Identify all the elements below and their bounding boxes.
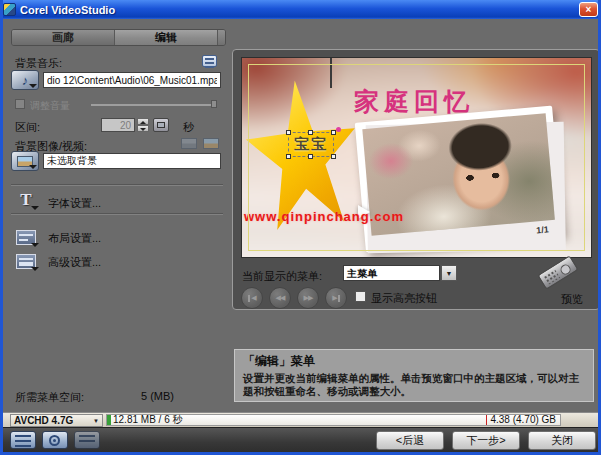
used-space-indicator: [107, 415, 111, 425]
chevron-down-icon: ▼: [93, 418, 99, 424]
project-menu-icon[interactable]: [10, 431, 36, 449]
duration-preset-icon[interactable]: [153, 118, 169, 132]
status-bar: AVCHD 4.7G ▼ 12.81 MB / 6 秒 4.38 (4.70) …: [0, 412, 601, 427]
font-settings-icon[interactable]: T: [13, 189, 39, 211]
wizard-buttons: <后退 下一步> 关闭: [376, 431, 596, 450]
back-button[interactable]: <后退: [376, 431, 444, 450]
bg-music-label: 背景音乐:: [15, 56, 62, 71]
volume-label: 调整音量: [30, 99, 70, 113]
tab-bar: 画廊 编辑: [11, 29, 226, 46]
tab-gallery[interactable]: 画廊: [12, 30, 115, 45]
window-title: Corel VideoStudio: [20, 4, 579, 16]
app-icon: [3, 3, 16, 16]
chevron-down-icon[interactable]: ▼: [441, 265, 457, 281]
rotate-handle[interactable]: [336, 127, 341, 132]
selection-handle[interactable]: [286, 154, 291, 159]
layout-settings-icon[interactable]: [13, 226, 39, 248]
selection-handle[interactable]: [331, 130, 336, 135]
duration-stepper[interactable]: [137, 118, 149, 132]
next-menu-button[interactable]: ▶▶: [297, 287, 319, 309]
selection-handle[interactable]: [308, 130, 313, 135]
next-button[interactable]: 下一步>: [452, 431, 520, 450]
project-size-text: 12.81 MB / 6 秒: [113, 415, 182, 425]
previous-menu-button[interactable]: ◀◀: [269, 287, 291, 309]
advanced-settings-icon[interactable]: [13, 250, 39, 272]
selection-handle[interactable]: [308, 154, 313, 159]
burn-options-icon-disabled: [74, 431, 100, 449]
music-options-icon[interactable]: [202, 55, 217, 67]
footer-bar: <后退 下一步> 关闭: [0, 427, 601, 452]
remote-control-icon[interactable]: [537, 255, 578, 290]
volume-checkbox: [15, 99, 25, 109]
duration-input[interactable]: [101, 118, 135, 132]
layout-settings-button[interactable]: 布局设置...: [48, 231, 101, 246]
remote-preview-label: 预览: [561, 292, 583, 307]
font-settings-button[interactable]: 字体设置...: [48, 196, 101, 211]
selection-handle[interactable]: [286, 130, 291, 135]
help-title: 「编辑」菜单: [243, 353, 585, 370]
help-description-box: 「编辑」菜单 设置并更改当前编辑菜单的属性。单击预览窗口中的主题区域，可以对主题…: [234, 349, 594, 402]
current-menu-select[interactable]: 主菜单: [343, 265, 440, 281]
disc-format-select[interactable]: AVCHD 4.7G ▼: [10, 414, 103, 427]
preview-panel: 家庭回忆 1/1 宝宝 www.qinpinchang.com 当前显示的菜单:…: [232, 49, 600, 310]
disc-capacity-text: 4.38 (4.70) GB: [490, 415, 556, 425]
bg-image-input[interactable]: [43, 153, 221, 169]
highlight-checkbox-label: 显示高亮按钮: [371, 291, 437, 306]
last-menu-button[interactable]: ▶: [325, 287, 347, 309]
capacity-marker: [486, 415, 487, 425]
separator: [11, 184, 223, 186]
help-body: 设置并更改当前编辑菜单的属性。单击预览窗口中的主题区域，可以对主题和按钮重命名、…: [243, 372, 585, 398]
picture-icon: [17, 156, 33, 167]
menu-preview-video[interactable]: 家庭回忆 1/1 宝宝 www.qinpinchang.com: [241, 57, 592, 258]
music-source-icon[interactable]: ♪: [11, 70, 39, 90]
app-window: Corel VideoStudio × 画廊 编辑 背景音乐: ♪ 调整音量 区…: [0, 0, 601, 455]
menu-space-value: 5 (MB): [141, 390, 174, 402]
close-icon[interactable]: ×: [579, 2, 598, 17]
settings-gear-icon[interactable]: [42, 431, 68, 449]
close-button[interactable]: 关闭: [528, 431, 596, 450]
music-note-icon: ♪: [22, 73, 29, 88]
video-source-icon: [181, 138, 197, 149]
music-path-input[interactable]: [43, 72, 221, 88]
disc-space-bar: 12.81 MB / 6 秒 4.38 (4.70) GB: [106, 414, 561, 426]
tab-edit[interactable]: 编辑: [115, 30, 218, 45]
highlight-checkbox[interactable]: [355, 291, 366, 302]
current-menu-label: 当前显示的菜单:: [242, 269, 322, 284]
thumbnail-photo[interactable]: 1/1: [355, 106, 564, 253]
first-menu-button[interactable]: ◀: [241, 287, 263, 309]
disc-format-value: AVCHD 4.7G: [14, 415, 73, 426]
seconds-label: 秒: [183, 120, 194, 135]
separator: [11, 213, 223, 215]
star-string: [330, 58, 332, 88]
image-source-icon: [203, 138, 219, 149]
page-indicator: 1/1: [536, 224, 549, 235]
watermark-text: www.qinpinchang.com: [244, 209, 404, 224]
menu-space-label: 所需菜单空间:: [15, 390, 84, 405]
title-bar: Corel VideoStudio ×: [0, 0, 601, 19]
tab-bar-cap: [218, 30, 225, 45]
volume-slider: [91, 104, 217, 106]
selection-handle[interactable]: [331, 154, 336, 159]
volume-slider-thumb: [211, 100, 217, 108]
advanced-settings-button[interactable]: 高级设置...: [48, 255, 101, 270]
star-text-selected[interactable]: 宝宝: [288, 132, 334, 157]
playback-controls: ◀ ◀◀ ▶▶ ▶: [241, 287, 347, 309]
duration-label: 区间:: [15, 120, 40, 135]
bg-image-picker-icon[interactable]: [11, 151, 39, 171]
